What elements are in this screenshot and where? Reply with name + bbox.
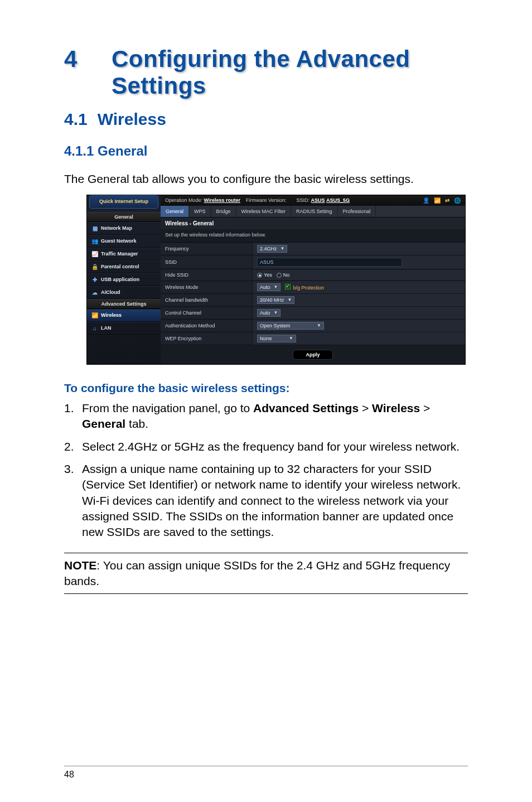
panel-title: Wireless - General (161, 218, 465, 229)
tab-professional[interactable]: Professional (338, 206, 376, 217)
sidebar: Quick Internet Setup General ▦Network Ma… (87, 195, 161, 364)
apply-button[interactable]: Apply (293, 350, 332, 360)
subsection-number: 4.1.1 (64, 143, 94, 158)
tab-wps[interactable]: WPS (189, 206, 211, 217)
chapter-number: 4 (64, 46, 112, 73)
sidebar-item-wireless[interactable]: 📶Wireless (87, 309, 161, 322)
user-icon[interactable]: 👤 (423, 197, 429, 204)
ssid-display: SSID: ASUS ASUS_5G (297, 197, 350, 203)
chapter-title-line1: Configuring the Advanced (112, 46, 410, 72)
hide-ssid-yes[interactable]: Yes (257, 272, 272, 278)
tab-row: General WPS Bridge Wireless MAC Filter R… (161, 206, 465, 218)
channel-bw-label: Channel bandwidth (161, 294, 253, 306)
router-screenshot: Quick Internet Setup General ▦Network Ma… (86, 195, 466, 365)
ssid-label: SSID (161, 257, 253, 268)
tab-bridge[interactable]: Bridge (211, 206, 236, 217)
sidebar-item-aicloud[interactable]: ☁AiCloud (87, 286, 161, 299)
chevron-down-icon: ▼ (317, 323, 321, 328)
chevron-down-icon: ▼ (289, 336, 293, 341)
section-heading: 4.1Wireless (64, 110, 468, 129)
sidebar-general-heading: General (87, 212, 161, 222)
control-channel-dropdown[interactable]: Auto▼ (257, 309, 280, 317)
instructions-title: To configure the basic wireless settings… (64, 381, 468, 395)
radio-icon (257, 273, 262, 278)
control-channel-label: Control Channel (161, 307, 253, 318)
section-number: 4.1 (64, 110, 88, 128)
row-wep: WEP Encryption None▼ (161, 332, 465, 345)
firmware-version: Firmware Version: (246, 197, 287, 203)
frequency-label: Frequency (161, 243, 253, 254)
frequency-dropdown[interactable]: 2.4GHz▼ (257, 245, 287, 253)
chapter-title-line2: Settings (112, 73, 206, 99)
section-title: Wireless (98, 110, 166, 128)
sidebar-item-traffic-manager[interactable]: 📈Traffic Manager (87, 248, 161, 260)
apply-row: Apply (161, 345, 465, 364)
row-wireless-mode: Wireless Mode Auto▼ b/g Protection (161, 281, 465, 294)
row-hide-ssid: Hide SSID Yes No (161, 269, 465, 281)
globe-icon[interactable]: 🌐 (454, 197, 461, 204)
tab-mac-filter[interactable]: Wireless MAC Filter (236, 206, 292, 217)
op-mode: Operation Mode: Wireless router (165, 197, 240, 203)
chevron-down-icon: ▼ (274, 284, 278, 289)
chevron-down-icon: ▼ (280, 246, 285, 251)
subsection-heading: 4.1.1 General (64, 143, 468, 159)
signal-icon[interactable]: 📶 (434, 197, 441, 204)
auth-method-dropdown[interactable]: Open System▼ (257, 322, 324, 330)
wep-label: WEP Encryption (161, 333, 253, 344)
note-box: NOTE: You can assign unique SSIDs for th… (64, 553, 468, 595)
chapter-title: 4Configuring the AdvancedSettings (64, 46, 468, 100)
hide-ssid-no[interactable]: No (277, 272, 290, 278)
tab-general[interactable]: General (161, 206, 189, 217)
home-icon: ⌂ (91, 325, 98, 331)
radio-icon (277, 273, 282, 278)
wifi-icon: 📶 (91, 312, 98, 318)
row-frequency: Frequency 2.4GHz▼ (161, 243, 465, 255)
auth-method-label: Authentication Method (161, 320, 253, 331)
sidebar-item-guest-network[interactable]: 👥Guest Network (87, 235, 161, 248)
sidebar-item-network-map[interactable]: ▦Network Map (87, 222, 161, 235)
panel-subtitle: Set up the wireless related information … (161, 229, 465, 243)
sidebar-item-parental-control[interactable]: 🔒Parental control (87, 260, 161, 273)
lock-icon: 🔒 (91, 264, 98, 270)
wireless-mode-dropdown[interactable]: Auto▼ (257, 283, 280, 291)
step-3: Assign a unique name containing up to 32… (64, 461, 468, 540)
main-panel: Operation Mode: Wireless router Firmware… (161, 195, 465, 364)
map-icon: ▦ (91, 225, 98, 231)
tab-radius[interactable]: RADIUS Setting (291, 206, 338, 217)
page-number: 48 (64, 766, 468, 780)
instruction-steps: From the navigation panel, go to Advance… (64, 400, 468, 540)
sidebar-item-usb-application[interactable]: ✚USB application (87, 273, 161, 286)
cloud-icon: ☁ (91, 289, 98, 296)
channel-bw-dropdown[interactable]: 20/40 MHz▼ (257, 296, 294, 304)
quick-internet-setup[interactable]: Quick Internet Setup (89, 195, 158, 209)
bg-protection-checkbox[interactable]: b/g Protection (285, 284, 324, 291)
subsection-title: General (98, 143, 147, 158)
usb-icon: ✚ (91, 277, 98, 283)
row-channel-bandwidth: Channel bandwidth 20/40 MHz▼ (161, 294, 465, 307)
sidebar-item-lan[interactable]: ⌂LAN (87, 322, 161, 335)
step-1: From the navigation panel, go to Advance… (64, 400, 468, 432)
hide-ssid-label: Hide SSID (161, 269, 253, 281)
intro-paragraph: The General tab allows you to configure … (64, 171, 468, 187)
chevron-down-icon: ▼ (288, 297, 292, 302)
checkbox-icon (285, 284, 291, 289)
wireless-mode-label: Wireless Mode (161, 282, 253, 293)
top-bar: Operation Mode: Wireless router Firmware… (161, 195, 465, 206)
row-auth-method: Authentication Method Open System▼ (161, 320, 465, 332)
note-text: : You can assign unique SSIDs for the 2.… (64, 559, 450, 587)
ssid-input[interactable]: ASUS (257, 258, 402, 267)
wep-dropdown[interactable]: None▼ (257, 335, 296, 342)
row-control-channel: Control Channel Auto▼ (161, 307, 465, 320)
sidebar-advanced-heading: Advanced Settings (87, 299, 161, 309)
step-2: Select 2.4GHz or 5GHz as the frequency b… (64, 439, 468, 455)
note-label: NOTE (64, 559, 96, 572)
traffic-icon: 📈 (91, 251, 98, 257)
connect-icon[interactable]: ⇄ (445, 197, 449, 204)
chevron-down-icon: ▼ (274, 310, 278, 315)
row-ssid: SSID ASUS (161, 255, 465, 269)
guest-icon: 👥 (91, 238, 98, 244)
